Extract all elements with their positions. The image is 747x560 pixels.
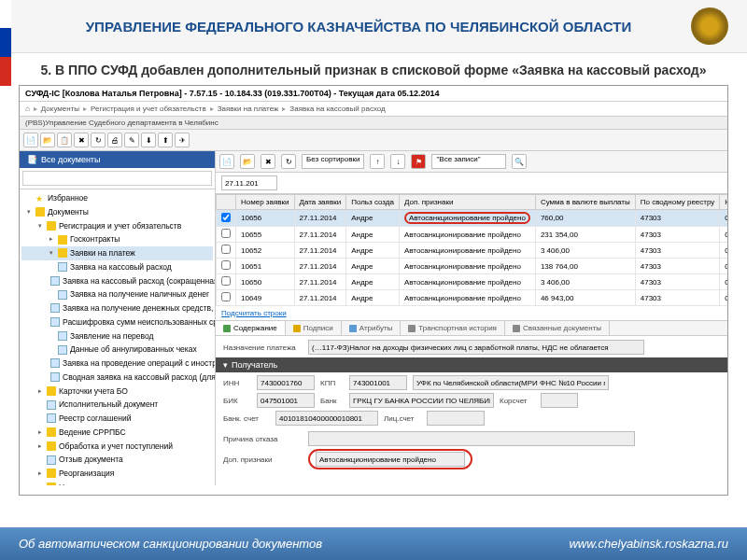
- tree-item[interactable]: ▸Неисполненные: [21, 481, 213, 485]
- new-button[interactable]: 📄: [23, 133, 38, 147]
- tree-item[interactable]: ▾Документы: [21, 205, 213, 219]
- tree-item[interactable]: Исполнительный документ: [21, 398, 213, 412]
- table-row[interactable]: 1065627.11.2014АндреАвтосанкционирование…: [217, 210, 728, 227]
- tree-item[interactable]: Заявка на получение наличных денег: [21, 287, 213, 301]
- folder-icon: [47, 221, 56, 231]
- highlight-oval: Автосанкционирование пройдено: [404, 212, 530, 224]
- home-icon[interactable]: ⌂: [25, 105, 30, 113]
- table-cell: 10649: [236, 290, 295, 306]
- table-row[interactable]: 1065127.11.2014АндреАвтосанкционирование…: [217, 259, 728, 274]
- tree-item-label: Реорганизация: [59, 468, 114, 480]
- table-row[interactable]: 1065527.11.2014АндреАвтосанкционирование…: [217, 227, 728, 243]
- count-rows-link[interactable]: Подсчитать строки: [221, 309, 287, 317]
- import-button[interactable]: ⬆: [158, 133, 173, 147]
- tree-item[interactable]: ▾Регистрация и учет обязательств: [21, 219, 213, 233]
- toolbar-button[interactable]: ↻: [281, 154, 296, 169]
- tab-Подписи[interactable]: Подписи: [286, 321, 342, 335]
- column-header[interactable]: Номер лицевого счёта: [720, 195, 727, 210]
- column-header[interactable]: Номер заявки: [236, 195, 295, 210]
- dop-field[interactable]: [316, 452, 465, 467]
- toolbar-button[interactable]: 📂: [240, 154, 255, 169]
- sort-select[interactable]: Без сортировки: [302, 154, 364, 169]
- tree-item[interactable]: Данные об аннулированных чеках: [21, 343, 213, 357]
- nazn-field[interactable]: [308, 340, 644, 355]
- tree-item[interactable]: ▾Заявки на платеж: [21, 246, 213, 260]
- send-button[interactable]: ✈: [175, 133, 190, 147]
- breadcrumb-item[interactable]: Регистрация и учет обязательств: [91, 105, 206, 113]
- sidebar-tab-all-docs[interactable]: 📑 Все документы: [20, 151, 215, 168]
- context-bar: (PBS)Управление Судебного департамента в…: [20, 117, 727, 130]
- column-header[interactable]: Польз созда: [346, 195, 400, 210]
- tree-item[interactable]: Заявление на перевод: [21, 329, 213, 343]
- column-header[interactable]: По сводному реестру: [635, 195, 720, 210]
- filter-button[interactable]: ⚑: [411, 154, 426, 169]
- search-input[interactable]: [22, 171, 212, 186]
- korschet-field[interactable]: [541, 393, 578, 408]
- tree-item[interactable]: ▸Реорганизация: [21, 467, 213, 481]
- tree-item[interactable]: ★Избранное: [21, 191, 213, 205]
- tree-item[interactable]: Отзыв документа: [21, 453, 213, 467]
- tree-item[interactable]: Сводная заявка на кассовый расход (для у…: [21, 371, 213, 385]
- tree-item[interactable]: ▸Карточки учета БО: [21, 385, 213, 399]
- section-header-recipient[interactable]: ▾ Получатель: [216, 357, 727, 372]
- open-button[interactable]: 📂: [40, 133, 55, 147]
- tree-item[interactable]: Заявка на проведение операций с иностр: [21, 357, 213, 371]
- row-checkbox[interactable]: [221, 213, 231, 222]
- delete-button[interactable]: ✖: [74, 133, 89, 147]
- table-cell: 10651: [236, 259, 295, 274]
- tree-item[interactable]: ▸Обработка и учет поступлений: [21, 440, 213, 454]
- search-button[interactable]: 🔍: [512, 154, 527, 169]
- column-header[interactable]: Дата заявки: [294, 195, 346, 210]
- tab-Транспортная история[interactable]: Транспортная история: [401, 321, 505, 335]
- table-row[interactable]: 1064927.11.2014АндреАвтосанкционирование…: [217, 290, 728, 306]
- row-checkbox[interactable]: [221, 276, 231, 286]
- column-header[interactable]: Сумма в валюте выплаты: [535, 195, 635, 210]
- toolbar-button[interactable]: ✖: [261, 154, 275, 169]
- tab-Содержание[interactable]: Содержание: [216, 321, 286, 335]
- filter-select[interactable]: "Все записи": [431, 154, 506, 169]
- sign-button[interactable]: ✎: [124, 133, 139, 147]
- sort-asc-button[interactable]: ↑: [370, 154, 385, 169]
- refresh-button[interactable]: ↻: [91, 133, 106, 147]
- print-button[interactable]: 🖨: [107, 133, 122, 147]
- table-cell: 47303: [635, 210, 720, 227]
- row-checkbox[interactable]: [221, 292, 231, 301]
- sort-desc-button[interactable]: ↓: [390, 154, 405, 169]
- tab-Атрибуты[interactable]: Атрибуты: [342, 321, 402, 335]
- tree-item[interactable]: Заявка на получение денежных средств, пе…: [21, 301, 213, 315]
- row-checkbox[interactable]: [221, 229, 231, 238]
- column-header[interactable]: Доп. признаки: [399, 195, 535, 210]
- tab-label: Атрибуты: [359, 324, 393, 332]
- toolbar-button[interactable]: 📄: [219, 154, 234, 169]
- breadcrumb-item[interactable]: Заявка на кассовый расход: [289, 105, 385, 113]
- table-cell: 03691473030: [720, 227, 727, 243]
- doc-icon: [47, 400, 56, 410]
- lic-schet-field[interactable]: [427, 411, 485, 426]
- bank-schet-field[interactable]: [275, 411, 378, 426]
- export-button[interactable]: ⬇: [141, 133, 156, 147]
- inn-field[interactable]: [257, 375, 315, 390]
- table-row[interactable]: 1065227.11.2014АндреАвтосанкционирование…: [217, 243, 728, 259]
- row-checkbox[interactable]: [221, 260, 231, 270]
- breadcrumb-item[interactable]: Заявки на платеж: [218, 105, 279, 113]
- bik-field[interactable]: [257, 393, 315, 408]
- tree-item[interactable]: Расшифровка сумм неиспользованных сред: [21, 315, 213, 329]
- tab-Связанные документы[interactable]: Связанные документы: [505, 321, 610, 335]
- tree-item[interactable]: Заявка на кассовый расход (сокращенная): [21, 274, 213, 288]
- table-row[interactable]: 1065027.11.2014АндреАвтосанкционирование…: [217, 274, 728, 290]
- recipient-name-field[interactable]: [413, 375, 609, 390]
- row-checkbox[interactable]: [221, 245, 231, 254]
- copy-button[interactable]: 📋: [57, 133, 72, 147]
- kpp-field[interactable]: [349, 375, 407, 390]
- date-filter-input[interactable]: [221, 175, 277, 190]
- inn-label: ИНН: [223, 379, 251, 387]
- column-header[interactable]: [217, 195, 236, 210]
- tree-item[interactable]: ▸Госконтракты: [21, 232, 213, 246]
- tree-item[interactable]: ▸Ведение СРРПБС: [21, 426, 213, 440]
- reason-field[interactable]: [308, 431, 635, 446]
- tree-item[interactable]: Реестр соглашений: [21, 412, 213, 426]
- doc-icon: [58, 290, 67, 300]
- breadcrumb-item[interactable]: Документы: [41, 105, 79, 113]
- bank-field[interactable]: [349, 393, 494, 408]
- tree-item[interactable]: Заявка на кассовый расход: [21, 260, 213, 274]
